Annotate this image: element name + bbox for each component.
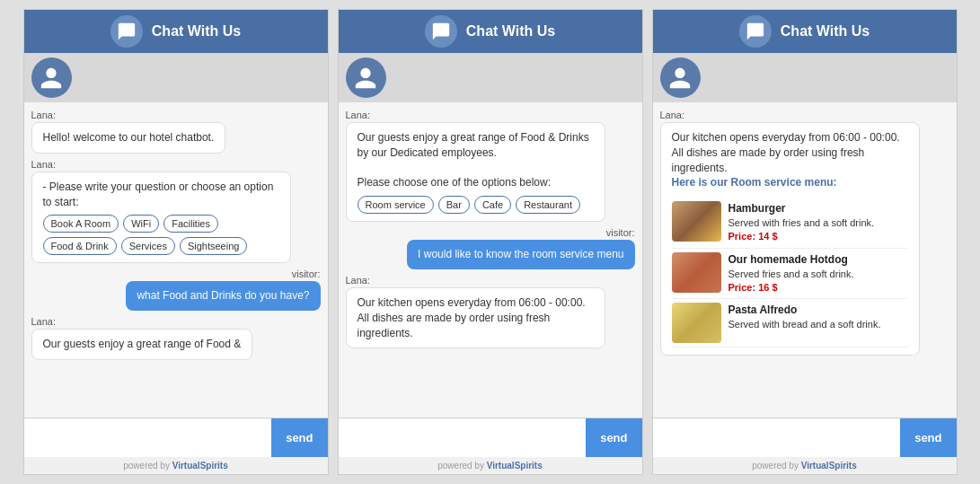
visitor-msg-w2: I would like to know the room service me…	[407, 240, 634, 269]
input-area-2: send	[339, 418, 642, 457]
lana-msg-1: Hello! welcome to our hotel chatbot.	[31, 122, 226, 154]
pasta-img	[672, 303, 721, 343]
msg-block-w2-2: Lana: Our kitchen opens everyday from 06…	[346, 275, 635, 348]
input-area-1: send	[24, 418, 328, 457]
send-button-2[interactable]: send	[586, 418, 641, 457]
btn-food-drink[interactable]: Food & Drink	[43, 237, 117, 255]
send-button-3[interactable]: send	[900, 418, 956, 457]
chat-input-3[interactable]	[653, 418, 901, 457]
avatar-area-2	[339, 53, 642, 102]
avatar-area-1	[24, 53, 328, 102]
chat-icon-1	[110, 15, 143, 48]
chat-header-1: Chat With Us	[24, 10, 328, 53]
powered-by-1: powered by VirtualSpirits	[24, 457, 328, 474]
chat-header-2: Chat With Us	[339, 10, 642, 53]
btn-facilities[interactable]: Facilities	[163, 215, 218, 233]
header-title-3: Chat With Us	[781, 23, 870, 40]
lana-msg-w3-1: Our kitchen opens everyday from 06:00 - …	[660, 122, 921, 356]
visitor-label-w2: visitor:	[346, 227, 635, 238]
lana-label-2: Lana:	[31, 159, 321, 170]
btn-wifi[interactable]: WiFi	[123, 215, 159, 233]
lana-msg-w2-1: Our guests enjoy a great range of Food &…	[346, 122, 606, 222]
msg-block-w3-1: Lana: Our kitchen opens everyday from 06…	[660, 110, 949, 356]
msg-block-lana-1: Lana: Hello! welcome to our hotel chatbo…	[31, 110, 321, 154]
avatar-area-3	[653, 53, 957, 102]
visitor-label-1: visitor:	[31, 268, 321, 279]
chat-input-1[interactable]	[24, 418, 272, 457]
menu-item-hotdog: Our homemade Hotdog Served fries and a s…	[672, 249, 909, 300]
lana-label-1: Lana:	[31, 110, 321, 120]
input-area-3: send	[653, 418, 957, 457]
chat-header-3: Chat With Us	[653, 10, 957, 53]
btn-restaurant[interactable]: Restaurant	[516, 196, 580, 214]
chat-messages-3: Lana: Our kitchen opens everyday from 06…	[653, 102, 957, 418]
powered-by-2: powered by VirtualSpirits	[339, 457, 642, 474]
msg-block-lana-3: Lana: Our guests enjoy a great range of …	[31, 316, 321, 360]
btn-cafe[interactable]: Cafe	[474, 196, 511, 214]
lana-msg-3: Our guests enjoy a great range of Food &	[31, 329, 253, 360]
lana-label-w2-1: Lana:	[346, 110, 635, 120]
menu-item-hamburger: Hamburger Served with fries and a soft d…	[672, 198, 909, 249]
btn-room-service[interactable]: Room service	[358, 196, 434, 214]
hamburger-text: Hamburger Served with fries and a soft d…	[728, 201, 875, 244]
avatar-3	[660, 57, 701, 98]
btn-sightseeing[interactable]: Sightseeing	[180, 237, 248, 255]
hotdog-text: Our homemade Hotdog Served fries and a s…	[728, 252, 854, 295]
lana-label-w3: Lana:	[660, 110, 949, 120]
lana-msg-2: - Please write your question or choose a…	[31, 172, 292, 264]
msg-block-w2-1: Lana: Our guests enjoy a great range of …	[346, 110, 635, 222]
chat-messages-2: Lana: Our guests enjoy a great range of …	[339, 102, 642, 418]
chat-input-2[interactable]	[339, 418, 587, 457]
chat-widget-3: Chat With Us Lana: Our kitchen opens eve…	[652, 9, 958, 475]
chat-icon-3	[739, 15, 772, 48]
visitor-msg-1: what Food and Drinks do you have?	[126, 281, 320, 311]
hamburger-img	[672, 201, 721, 242]
powered-by-3: powered by VirtualSpirits	[653, 457, 957, 474]
menu-list: Hamburger Served with fries and a soft d…	[672, 198, 909, 348]
hotdog-img	[672, 252, 721, 293]
send-button-1[interactable]: send	[271, 418, 327, 457]
avatar-2	[346, 57, 386, 98]
lana-msg-w2-2: Our kitchen opens everyday from 06:00 - …	[346, 287, 606, 348]
chat-messages-1: Lana: Hello! welcome to our hotel chatbo…	[24, 102, 328, 418]
avatar-1	[31, 57, 72, 98]
option-buttons-2: Room service Bar Cafe Restaurant	[358, 196, 595, 214]
chat-widget-2: Chat With Us Lana: Our guests enjoy a gr…	[338, 9, 643, 475]
menu-item-pasta: Pasta Alfredo Served with bread and a so…	[672, 299, 909, 348]
lana-label-3: Lana:	[31, 316, 321, 327]
msg-block-visitor-1: visitor: what Food and Drinks do you hav…	[31, 268, 321, 311]
pasta-text: Pasta Alfredo Served with bread and a so…	[728, 303, 881, 331]
header-title-1: Chat With Us	[152, 23, 241, 40]
btn-book-room[interactable]: Book A Room	[43, 215, 119, 233]
option-buttons-1: Book A Room WiFi Facilities Food & Drink…	[43, 215, 280, 255]
btn-bar[interactable]: Bar	[438, 196, 470, 214]
msg-block-w2-visitor: visitor: I would like to know the room s…	[346, 227, 635, 269]
msg-block-lana-2: Lana: - Please write your question or ch…	[31, 159, 321, 264]
chat-icon-2	[425, 15, 457, 48]
lana-label-w2-2: Lana:	[346, 275, 635, 286]
header-title-2: Chat With Us	[466, 23, 555, 40]
btn-services[interactable]: Services	[121, 237, 175, 255]
chat-widget-1: Chat With Us Lana: Hello! welcome to our…	[23, 9, 329, 475]
